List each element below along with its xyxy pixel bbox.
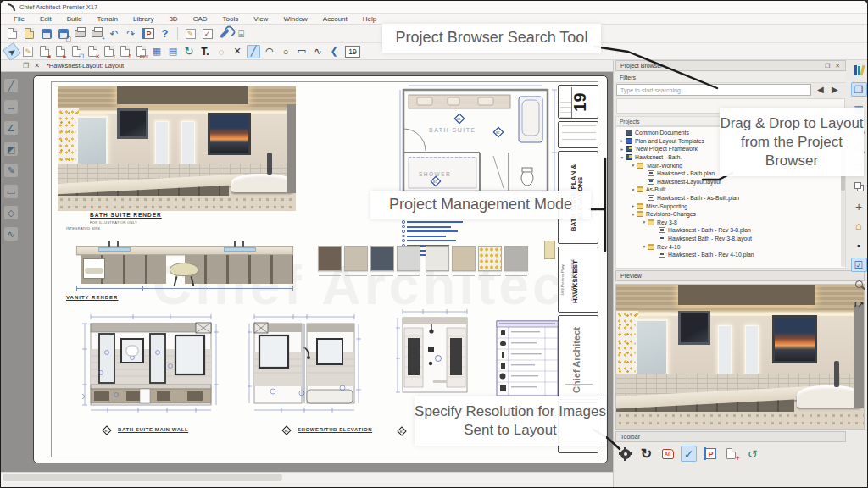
customize-toolbar-icon[interactable]: ✓ <box>681 446 697 462</box>
menu-file[interactable]: File <box>6 15 32 23</box>
menu-build[interactable]: Build <box>59 15 90 23</box>
annotate-tool-icon[interactable]: ✎ <box>4 164 18 177</box>
tree-item[interactable]: ▾As-Built <box>616 186 845 194</box>
tree-expander-icon[interactable]: ▸ <box>619 138 626 143</box>
page-schedule-icon[interactable]: ▤ <box>166 45 180 58</box>
space-planning-icon[interactable]: ⌸ <box>234 26 248 41</box>
new-page-icon[interactable]: + <box>723 446 739 462</box>
menu-3d[interactable]: 3D <box>161 15 185 23</box>
back-tool-icon[interactable]: ❮ <box>327 45 341 58</box>
tree-item[interactable]: Hawksnest - Bath - Rev 4-10.plan <box>616 251 845 259</box>
new-file-icon[interactable] <box>5 26 19 41</box>
document-tab[interactable]: *Hawksnest-Layout: Layout <box>47 62 124 69</box>
print-to-layout-icon[interactable]: + <box>90 26 104 41</box>
tree-expander-icon[interactable]: ▾ <box>619 155 626 160</box>
active-layer-icon[interactable]: ▪ <box>851 238 867 252</box>
pin-panel-icon[interactable]: ❐ <box>825 63 832 69</box>
copy-page-icon[interactable]: ❐ <box>70 45 83 58</box>
spline-tool-icon[interactable]: ∿ <box>4 227 18 241</box>
add-item-icon[interactable]: + <box>851 199 867 214</box>
page-number-box[interactable]: 19 <box>345 46 360 58</box>
draw-rectangle-icon[interactable]: ▭ <box>295 45 309 58</box>
tree-item[interactable]: ▾Rev 4-10 <box>616 242 845 251</box>
menu-help[interactable]: Help <box>355 15 384 23</box>
select-objects-side-icon[interactable]: ☑ <box>851 258 867 272</box>
previous-page-icon[interactable]: ◄ <box>37 45 51 58</box>
refresh-toolbars-icon[interactable]: ↻ <box>638 446 654 462</box>
delete-object-icon[interactable]: ✕ <box>231 45 244 58</box>
menu-library[interactable]: Library <box>125 15 161 23</box>
menu-edit[interactable]: Edit <box>32 15 59 23</box>
tree-item[interactable]: ▸Misc-Supporting <box>616 202 845 210</box>
menu-cad[interactable]: CAD <box>186 15 215 23</box>
project-browser-icon[interactable]: ❐ <box>851 82 867 97</box>
tree-expander-icon[interactable]: ▸ <box>619 147 626 152</box>
tree-expander-icon[interactable]: ▾ <box>641 244 648 249</box>
settings-icon[interactable] <box>617 446 633 462</box>
tree-item[interactable]: Hawksnest Bath - Rev 3-8.layout <box>616 235 845 243</box>
menu-window[interactable]: Window <box>275 15 314 23</box>
preferences-icon[interactable]: ✎ <box>183 26 198 41</box>
print-icon[interactable] <box>73 26 87 41</box>
menu-view[interactable]: View <box>246 15 275 23</box>
save-icon[interactable] <box>39 26 53 41</box>
text-leader-icon[interactable]: T↗ <box>851 297 867 311</box>
canvas-hscrollbar-thumb[interactable] <box>3 474 282 481</box>
edit-page-table-icon[interactable]: ▦ <box>150 45 164 58</box>
adjust-tools-icon[interactable] <box>217 26 231 41</box>
layer-sets-icon[interactable] <box>851 180 867 194</box>
dock-icon[interactable]: ❐ <box>23 62 29 69</box>
draw-line-side-icon[interactable]: ╱ <box>4 79 18 92</box>
tree-item[interactable]: Hawksnest-Layout.layout <box>616 178 845 186</box>
close-panel-icon[interactable]: ✕ <box>835 63 842 69</box>
undo-icon[interactable]: ↶ <box>107 26 121 41</box>
menu-terrain[interactable]: Terrain <box>89 15 125 23</box>
plan-defaults-icon[interactable]: ⌂ <box>851 219 867 233</box>
project-management-toolbar-icon[interactable]: P <box>702 446 718 462</box>
tree-expander-icon[interactable]: ▸ <box>630 203 637 208</box>
find-in-plan-icon[interactable] <box>851 277 867 291</box>
insert-page-icon[interactable]: ↑ <box>102 45 115 58</box>
draw-circle-icon[interactable]: ○ <box>279 45 292 58</box>
tree-expander-icon[interactable]: ▾ <box>630 212 637 217</box>
send-to-layout-icon[interactable]: ↺ <box>744 446 760 462</box>
add-page-icon[interactable]: ↥ <box>118 45 131 58</box>
marker-tool-icon[interactable]: ◇ <box>4 206 18 219</box>
draw-polyline-icon[interactable]: ∿ <box>311 45 325 58</box>
redo-icon[interactable]: ↷ <box>124 26 138 41</box>
search-input[interactable]: Type to start searching... <box>616 84 811 96</box>
menu-tools[interactable]: Tools <box>215 15 247 23</box>
tree-item[interactable]: ▾Revisions-Changes <box>616 210 845 219</box>
project-management-mode-icon[interactable]: P <box>141 26 155 41</box>
tree-item[interactable]: Hawksnest - Bath - Rev 3-8.plan <box>616 226 845 235</box>
delete-page-icon[interactable]: ✕ <box>86 45 99 58</box>
filters-bar[interactable]: Filters <box>615 72 846 83</box>
open-file-icon[interactable] <box>22 26 36 41</box>
select-objects-icon[interactable]: ➤ <box>3 42 21 60</box>
rotate-view-icon[interactable]: ↻ <box>182 45 196 58</box>
tree-expander-icon[interactable]: ▾ <box>630 187 637 192</box>
draw-line-icon[interactable]: ╱ <box>247 45 260 58</box>
angle-tool-icon[interactable]: ∠ <box>4 121 18 135</box>
search-prev-icon[interactable]: ◀ <box>817 85 824 94</box>
save-as-icon[interactable]: ▢ <box>56 26 70 41</box>
search-next-icon[interactable]: ▶ <box>832 85 838 94</box>
text-callout-icon[interactable]: ◌ <box>214 45 228 58</box>
next-page-icon[interactable]: ► <box>53 45 67 58</box>
draw-arc-icon[interactable]: ◠ <box>263 45 276 58</box>
close-tab-icon[interactable]: ✕ <box>34 62 40 69</box>
edit-layout-lines-icon[interactable]: ✎ <box>21 45 35 58</box>
library-browser-icon[interactable] <box>851 63 867 77</box>
default-settings-icon[interactable]: ✓ <box>200 26 214 41</box>
tree-expander-icon[interactable]: ▾ <box>641 219 648 225</box>
preview-render-image[interactable] <box>615 284 865 430</box>
tree-item[interactable]: Hawksnest - Bath - As-Built.plan <box>616 194 845 202</box>
tree-item[interactable]: ▾Rev 3-8 <box>616 219 845 227</box>
tree-expander-icon[interactable]: ▾ <box>630 163 637 168</box>
help-icon[interactable]: ? <box>158 26 172 41</box>
box-tool-icon[interactable]: ▭ <box>4 185 18 198</box>
all-toolbars-icon[interactable]: All <box>659 446 676 462</box>
text-icon[interactable]: T. <box>198 45 212 58</box>
menu-account[interactable]: Account <box>315 15 355 23</box>
dimension-tool-icon[interactable]: ↔ <box>4 100 18 114</box>
